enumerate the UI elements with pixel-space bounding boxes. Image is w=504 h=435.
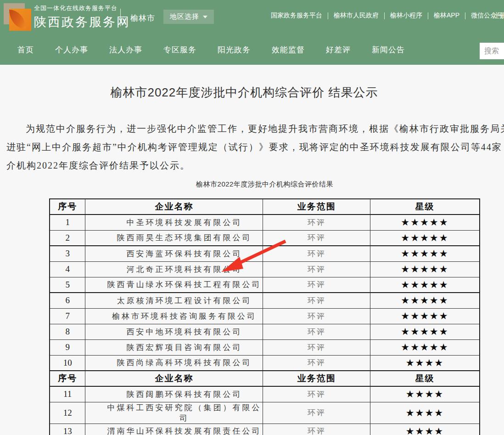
- row-index: 5: [50, 277, 85, 293]
- star-rating: ★★★★★: [370, 261, 480, 277]
- business-scope: 环评: [263, 246, 370, 261]
- top-links: 国家政务服务平台榆林市人民政府榆林小程序榆林APP微信公众号: [265, 11, 504, 20]
- row-index: 1: [50, 215, 85, 230]
- company-name: 中煤科工西安研究院（集团）有限公司: [85, 402, 263, 424]
- business-scope: 环评: [263, 277, 370, 293]
- company-name: 陕西雨昊生态环境集团有限公司: [85, 230, 263, 246]
- row-index: 6: [50, 293, 85, 308]
- company-name: 西安海蓝环保科技有限公司: [85, 246, 263, 261]
- star-rating: ★★★★: [370, 402, 480, 424]
- results-table-body: 序号企业名称业务范围星级1中圣环境科技发展有限公司环评★★★★★2陕西雨昊生态环…: [50, 199, 480, 435]
- nav-item-5[interactable]: 效能监督: [272, 45, 305, 55]
- table-row: 11陕西阔鹏环保科技有限公司环评★★★★: [50, 386, 480, 402]
- nav-item-0[interactable]: 首页: [17, 45, 34, 55]
- row-index: 7: [50, 308, 85, 324]
- row-index: 8: [50, 324, 85, 339]
- table-row: 7榆林市环境科技咨询服务有限公司环评★★★★★: [50, 308, 480, 324]
- paragraph-line: 为规范中介服务行为，进一步强化中介监管工作，更好地提升我市营商环境，根据《榆林市…: [6, 119, 504, 138]
- company-name: 西安中地环境科技有限公司: [85, 324, 263, 339]
- star-rating: ★★★★★: [370, 339, 480, 355]
- region-select-label: 地区选择: [170, 12, 199, 21]
- table-header-row: 序号企业名称业务范围星级: [50, 199, 480, 215]
- site-name: 陕西政务服务网: [34, 14, 130, 30]
- table-row: 13渭南华山环保科技发展有限责任公司环评★★★★: [50, 424, 480, 435]
- column-header: 业务范围: [263, 371, 370, 386]
- site-banner: 全国一体化在线政务服务平台 陕西政务服务网 榆林市 地区选择 国家政务服务平台榆…: [0, 0, 504, 65]
- column-header: 业务范围: [263, 199, 370, 215]
- star-rating: ★★★★★: [370, 308, 480, 324]
- star-rating: ★★★★★: [370, 277, 480, 293]
- nav-item-3[interactable]: 专区服务: [163, 45, 196, 55]
- table-row: 3西安海蓝环保科技有限公司环评★★★★★: [50, 246, 480, 261]
- table-row: 12中煤科工西安研究院（集团）有限公司环评★★★★: [50, 402, 480, 424]
- current-city-label: 榆林市: [130, 13, 155, 23]
- table-row: 2陕西雨昊生态环境集团有限公司环评★★★★★: [50, 230, 480, 246]
- row-index: 4: [50, 261, 85, 277]
- business-scope: 环评: [263, 424, 370, 435]
- table-row: 6太原核清环境工程设计有限公司环评★★★★★: [50, 293, 480, 308]
- column-header: 企业名称: [85, 371, 263, 386]
- business-scope: 环评: [263, 355, 370, 371]
- star-rating: ★★★★★: [370, 246, 480, 261]
- register-link[interactable]: 注册: [493, 11, 504, 20]
- nav-item-1[interactable]: 个人办事: [55, 45, 88, 55]
- top-link-3[interactable]: 榆林APP: [428, 11, 465, 20]
- nav-item-4[interactable]: 阳光政务: [218, 45, 251, 55]
- company-name: 河北奇正环境科技有限公司: [85, 261, 263, 277]
- top-link-0[interactable]: 国家政务服务平台: [265, 11, 328, 20]
- business-scope: 环评: [263, 402, 370, 424]
- company-name: 陕西尚绿高科环境科技有限公司: [85, 355, 263, 371]
- star-rating: ★★★★★: [370, 324, 480, 339]
- top-link-2[interactable]: 榆林小程序: [385, 11, 428, 20]
- column-header: 星级: [370, 371, 480, 386]
- nav-item-6[interactable]: 好差评: [326, 45, 351, 55]
- star-rating: ★★★★★: [370, 215, 480, 230]
- column-header: 序号: [50, 199, 85, 215]
- business-scope: 环评: [263, 308, 370, 324]
- company-name: 陕西阔鹏环保科技有限公司: [85, 386, 263, 402]
- business-scope: 环评: [263, 230, 370, 246]
- company-name: 中圣环境科技发展有限公司: [85, 215, 263, 230]
- chevron-down-icon: [203, 16, 207, 18]
- star-rating: ★★★★★: [370, 293, 480, 308]
- table-row: 4河北奇正环境科技有限公司环评★★★★★: [50, 261, 480, 277]
- business-scope: 环评: [263, 339, 370, 355]
- paragraph-line: 介机构2022年度综合评价结果予以公示。: [6, 156, 504, 175]
- star-rating: ★★★★★: [370, 230, 480, 246]
- row-index: 3: [50, 246, 85, 261]
- nav-item-7[interactable]: 新闻公告: [372, 45, 405, 55]
- company-name: 榆林市环境科技咨询服务有限公司: [85, 308, 263, 324]
- table-row: 8西安中地环境科技有限公司环评★★★★★: [50, 324, 480, 339]
- nav-item-2[interactable]: 法人办事: [109, 45, 142, 55]
- row-index: 11: [50, 386, 85, 402]
- row-index: 12: [50, 402, 85, 424]
- star-rating: ★★★★: [370, 386, 480, 402]
- business-scope: 环评: [263, 261, 370, 277]
- site-logo[interactable]: [4, 3, 31, 31]
- column-header: 星级: [370, 199, 480, 215]
- platform-label: 全国一体化在线政务服务平台: [34, 4, 130, 12]
- table-row: 1中圣环境科技发展有限公司环评★★★★★: [50, 215, 480, 230]
- table-row: 5陕西青山绿水环保科技工程有限公司环评★★★★★: [50, 277, 480, 293]
- announcement-paragraph: 为规范中介服务行为，进一步强化中介监管工作，更好地提升我市营商环境，根据《榆林市…: [6, 119, 504, 175]
- company-name: 渭南华山环保科技发展有限责任公司: [85, 424, 263, 435]
- company-name: 陕西青山绿水环保科技工程有限公司: [85, 277, 263, 293]
- business-scope: 环评: [263, 293, 370, 308]
- search-input[interactable]: [480, 43, 504, 59]
- region-select-button[interactable]: 地区选择: [163, 10, 214, 24]
- table-caption: 榆林市2022年度涉批中介机构综合评价结果: [49, 180, 480, 189]
- page-title: 榆林市2022年度涉批中介机构综合评价 结果公示: [0, 85, 488, 101]
- brand-block: 全国一体化在线政务服务平台 陕西政务服务网: [34, 4, 130, 30]
- table-row: 9陕西宏辉项目咨询有限公司环评★★★★★: [50, 339, 480, 355]
- row-index: 2: [50, 230, 85, 246]
- table-row: 10陕西尚绿高科环境科技有限公司环评★★★★: [50, 355, 480, 371]
- brand-divider: [120, 9, 121, 26]
- main-nav: 首页个人办事法人办事专区服务阳光政务效能监督好差评新闻公告: [0, 34, 504, 65]
- top-link-1[interactable]: 榆林市人民政府: [328, 11, 384, 20]
- row-index: 13: [50, 424, 85, 435]
- company-name: 陕西宏辉项目咨询有限公司: [85, 339, 263, 355]
- business-scope: 环评: [263, 215, 370, 230]
- nav-items: 首页个人办事法人办事专区服务阳光政务效能监督好差评新闻公告: [17, 34, 405, 65]
- star-rating: ★★★★: [370, 424, 480, 435]
- company-name: 太原核清环境工程设计有限公司: [85, 293, 263, 308]
